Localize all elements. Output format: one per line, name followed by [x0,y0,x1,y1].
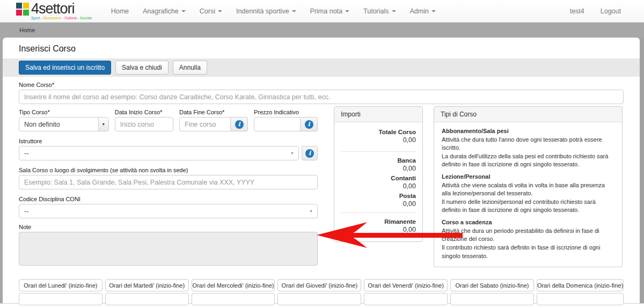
posta-label: Posta [341,193,416,199]
posta-value: 0,00 [341,200,416,208]
chevron-down-icon [392,10,396,12]
orari-martedi-input[interactable] [105,293,189,305]
totale-corso-label: Totale Corso [341,129,416,135]
istruttore-info-addon[interactable]: i [302,146,318,160]
nav-item-indennita-sportive[interactable]: Indennità sportive [229,8,303,15]
orari-section: Orari del Lunedi' (inizio-fine) Orari de… [19,279,624,305]
coni-select[interactable]: -- ▼ [19,204,318,218]
tipo-heading-scadenza: Corso a scadenza [442,218,614,227]
chevron-down-icon [292,10,296,12]
cancel-button[interactable]: Annulla [173,61,207,75]
info-icon: i [305,149,314,158]
tipo-heading-abbonamento: Abbonamento/Sala pesi [442,127,614,136]
main-nav: Home Anagrafiche Corsi Indennità sportiv… [104,8,443,15]
banca-value: 0,00 [341,165,416,172]
tipo-corso-select[interactable]: Non definito ▼ [19,117,109,131]
coni-label: Codice Disciplina CONI [19,196,318,202]
prezzo-label: Prezzo Indicativo [254,109,318,115]
data-fine-label: Data Fine Corso* [179,109,248,115]
note-label: Note [19,224,318,230]
tipi-panel-title: Tipi di Corso [434,107,622,122]
orari-domenica-input[interactable] [537,293,624,305]
nav-item-corsi[interactable]: Corsi [193,8,229,15]
tipo-desc: Attività che dura tutto l'anno dove ogni… [442,136,614,152]
data-fine-info-addon[interactable]: i [231,117,248,131]
orari-mercoledi-header: Orari del Mercoledi' (inizio-fine) [192,279,275,291]
orari-giovedi-input[interactable] [277,293,361,305]
content-wrapper: Home Inserisci Corso Salva ed inserisci … [0,23,644,304]
chevron-down-icon [218,10,222,12]
tipo-corso-label: Tipo Corso* [19,109,109,115]
select-arrow-icon: ▼ [309,209,317,213]
logo-square-red [16,10,22,16]
nav-item-logout[interactable]: Logout [592,8,629,15]
breadcrumb-home-link[interactable]: Home [19,27,35,33]
course-form: Nome Corso* Tipo Corso* Non definito ▼ [3,82,640,305]
orari-venerdi-header: Orari del Venerdi' (inizio-fine) [364,279,448,291]
rimanente-label: Rimanente [341,218,416,225]
prezzo-input[interactable] [254,117,301,131]
orari-lunedi-input[interactable] [19,293,103,305]
orari-mercoledi-input[interactable] [192,293,275,305]
select-arrow-icon: ▼ [290,151,298,155]
tipo-desc: Attività che dura un periodo prestabilit… [442,227,614,244]
brand-tagline: Sport - Benessere - Cultura - Sociale [31,17,92,20]
contanti-value: 0,00 [341,182,416,190]
brand-name: 4settori [31,2,92,16]
nome-corso-input[interactable] [19,90,624,104]
sala-label: Sala Corso o luogo di svolgimento (se at… [19,167,318,173]
nav-item-prima-nota[interactable]: Prima nota [303,8,356,15]
nav-item-home[interactable]: Home [104,8,136,15]
orari-lunedi-header: Orari del Lunedi' (inizio-fine) [19,279,103,291]
data-inizio-label: Data Inizio Corso* [115,109,173,115]
totale-corso-value: 0,00 [341,136,416,144]
tipo-desc: La durata dell'utilizzo della sala pesi … [442,152,614,169]
data-fine-input[interactable] [179,117,231,131]
importi-panel-title: Importi [334,107,422,122]
info-icon: i [235,120,244,129]
brand-logo[interactable]: 4settori Sport - Benessere - Cultura - S… [16,2,92,20]
main-panel: Inserisci Corso Salva ed inserisci un is… [3,38,640,303]
orari-sabato-header: Orari del Sabato (inizio-fine) [450,279,534,291]
orari-sabato-input[interactable] [450,293,534,305]
action-toolbar: Salva ed inserisci un iscritto Salva e c… [3,58,640,77]
logo-square-green [23,10,29,16]
nome-corso-label: Nome Corso* [19,82,624,88]
page-title: Inserisci Corso [3,38,640,54]
nav-item-username[interactable]: test4 [562,8,592,15]
data-inizio-input[interactable] [115,117,173,131]
logo-square-yellow [23,3,29,9]
scrollbar[interactable] [640,38,644,303]
contanti-label: Contanti [341,175,416,181]
rimanente-value: 0,00 [341,226,416,233]
orari-venerdi-input[interactable] [364,293,448,305]
tipi-di-corso-panel: Tipi di Corso Abbonamento/Sala pesi Atti… [434,106,623,267]
tipo-desc: Il contributo richiesto sarà definito in… [442,244,614,260]
orari-domenica-header: Orari della Domenica (inizio-fine) [537,279,624,291]
orari-giovedi-header: Orari del Giovedi' (inizio-fine) [277,279,361,291]
prezzo-info-addon[interactable]: i [301,117,318,131]
istruttore-select[interactable]: -- ▼ [19,146,299,160]
divider [341,151,416,152]
chevron-down-icon [181,10,186,12]
save-and-insert-member-button[interactable]: Salva ed inserisci un iscritto [19,61,111,75]
tipo-heading-lezione: Lezione/Personal [442,173,614,181]
chevron-down-icon [431,10,436,12]
tipo-desc: Il numero delle lezioni/personal ed cont… [442,198,614,215]
nav-item-admin[interactable]: Admin [403,8,443,15]
nav-item-anagrafiche[interactable]: Anagrafiche [136,8,193,15]
divider [341,212,416,213]
save-and-close-button[interactable]: Salva e chiudi [115,61,169,75]
note-textarea[interactable] [19,232,318,266]
select-arrow-icon: ▼ [98,118,108,131]
info-icon: i [305,120,313,129]
importi-panel: Importi Totale Corso 0,00 Banca 0,00 Con… [334,106,423,242]
logo-square-blue [16,3,22,9]
orari-martedi-header: Orari del Martedi' (inizio-fine) [105,279,189,291]
sala-input[interactable] [19,175,318,189]
logo-squares-icon [16,3,29,16]
tipo-desc: Attività che viene scalata di volta in v… [442,181,614,198]
chevron-down-icon [345,10,349,12]
nav-item-tutorials[interactable]: Tutorials [356,8,402,15]
banca-label: Banca [341,157,416,164]
